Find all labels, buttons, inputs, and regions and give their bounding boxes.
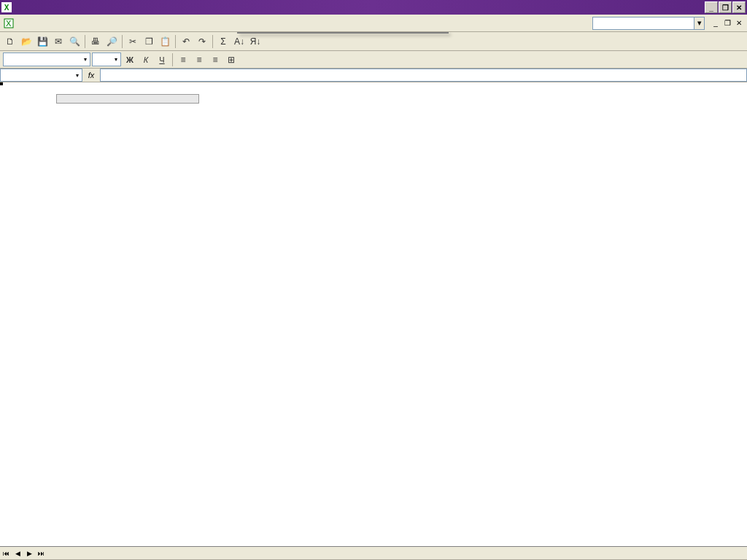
excel-icon: X xyxy=(1,2,12,12)
new-icon[interactable]: 🗋 xyxy=(3,34,18,49)
tab-prev-icon[interactable]: ◀ xyxy=(12,548,23,559)
underline-icon[interactable]: Ч xyxy=(155,52,169,67)
close-button[interactable]: ✕ xyxy=(732,1,746,13)
menubar: X ▾ _ ❐ ✕ xyxy=(0,15,747,32)
svg-text:X: X xyxy=(6,19,12,28)
sheet-tabs: ⏮ ◀ ▶ ⏭ xyxy=(0,546,747,559)
doc-minimize[interactable]: _ xyxy=(711,18,721,28)
help-input[interactable] xyxy=(592,17,694,30)
sum-icon[interactable]: Σ xyxy=(216,34,231,49)
tab-last-icon[interactable]: ⏭ xyxy=(35,548,47,559)
merge-icon[interactable]: ⊞ xyxy=(224,52,239,67)
align-right-icon[interactable]: ≡ xyxy=(208,52,222,67)
size-selector[interactable]: ▾ xyxy=(92,52,121,66)
sort-asc-icon[interactable]: A↓ xyxy=(232,34,247,49)
align-left-icon[interactable]: ≡ xyxy=(176,52,190,67)
align-center-icon[interactable]: ≡ xyxy=(192,52,206,67)
maximize-button[interactable]: ❐ xyxy=(719,1,732,13)
mail-icon[interactable]: ✉ xyxy=(51,34,66,49)
font-selector[interactable]: ▾ xyxy=(3,52,90,66)
format-toolbar: ▾ ▾ Ж К Ч ≡ ≡ ≡ ⊞ xyxy=(0,51,747,69)
sheet-area xyxy=(0,82,747,546)
preview-icon[interactable]: 🔎 xyxy=(104,34,119,49)
selection-border xyxy=(0,82,3,85)
search-icon[interactable]: 🔍 xyxy=(67,34,82,49)
redo-icon[interactable]: ↷ xyxy=(195,34,209,49)
tab-next-icon[interactable]: ▶ xyxy=(23,548,35,559)
save-icon[interactable]: 💾 xyxy=(35,34,50,49)
formula-bar: ▾ fx xyxy=(0,69,747,82)
table-title-cell xyxy=(56,94,199,104)
sort-desc-icon[interactable]: Я↓ xyxy=(248,34,263,49)
undo-icon[interactable]: ↶ xyxy=(179,34,193,49)
fx-label[interactable]: fx xyxy=(82,71,100,79)
cut-icon[interactable]: ✂ xyxy=(125,34,140,49)
open-icon[interactable]: 📂 xyxy=(19,34,34,49)
doc-restore[interactable]: ❐ xyxy=(722,18,732,28)
formula-input[interactable] xyxy=(100,69,747,82)
paste-icon[interactable]: 📋 xyxy=(158,34,172,49)
doc-icon: X xyxy=(3,18,15,29)
minimize-button[interactable]: _ xyxy=(705,1,718,13)
tab-first-icon[interactable]: ⏮ xyxy=(0,548,12,559)
help-search[interactable]: ▾ xyxy=(592,17,705,30)
standard-toolbar: 🗋 📂 💾 ✉ 🔍 🖶 🔎 ✂ ❐ 📋 ↶ ↷ Σ A↓ Я↓ xyxy=(0,32,747,51)
titlebar: X _ ❐ ✕ xyxy=(0,0,747,15)
help-dropdown-icon[interactable]: ▾ xyxy=(694,17,705,30)
italic-icon[interactable]: К xyxy=(139,52,153,67)
bold-icon[interactable]: Ж xyxy=(123,52,137,67)
print-icon[interactable]: 🖶 xyxy=(88,34,103,49)
copy-icon[interactable]: ❐ xyxy=(142,34,156,49)
name-box[interactable]: ▾ xyxy=(0,69,82,82)
service-menu-dropdown xyxy=(237,32,449,34)
doc-close[interactable]: ✕ xyxy=(734,18,744,28)
